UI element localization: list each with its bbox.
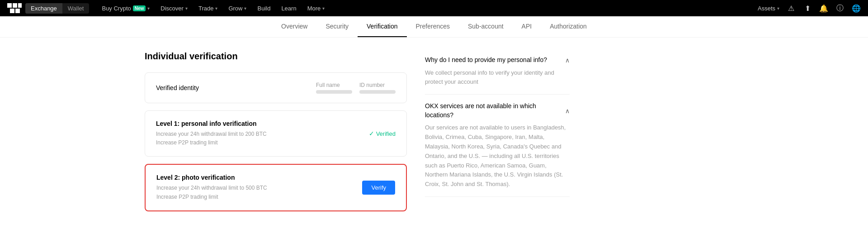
logo[interactable]	[7, 3, 22, 13]
faq-section: Why do I need to provide my personal inf…	[425, 56, 570, 197]
upload-icon[interactable]: ⬆	[803, 4, 812, 13]
faq-item-1: Why do I need to provide my personal inf…	[425, 56, 570, 95]
verify-button[interactable]: Verify	[362, 181, 395, 195]
verified-badge: ✓ Verified	[369, 130, 396, 137]
chevron-up-icon: ∧	[565, 107, 570, 115]
help-icon[interactable]: ⓘ	[835, 4, 844, 13]
level1-card-row: Level 1: personal info verification Incr…	[156, 120, 396, 147]
level2-card-row: Level 2: photo verification Increase you…	[156, 174, 395, 201]
level1-desc: Increase your 24h withdrawal limit to 20…	[156, 130, 267, 147]
svg-rect-2	[18, 3, 22, 8]
main-content: Individual verification Verified identit…	[118, 38, 750, 232]
tab-verification[interactable]: Verification	[358, 16, 406, 37]
level2-title: Level 2: photo verification	[156, 174, 267, 181]
left-panel: Individual verification Verified identit…	[145, 51, 407, 219]
sub-navigation: Overview Security Verification Preferenc…	[0, 16, 868, 38]
main-nav-items: Buy Crypto New ▾ Discover ▾ Trade ▾ Grow…	[96, 0, 758, 16]
wallet-toggle-btn[interactable]: Wallet	[62, 3, 90, 14]
right-panel: Why do I need to provide my personal inf…	[425, 51, 570, 219]
nav-trade[interactable]: Trade ▾	[193, 0, 223, 16]
full-name-value-bar	[316, 90, 352, 94]
sub-nav-items: Overview Security Verification Preferenc…	[272, 16, 596, 37]
id-number-value-bar	[359, 90, 396, 94]
svg-rect-4	[15, 9, 20, 13]
top-navigation: Exchange Wallet Buy Crypto New ▾ Discove…	[0, 0, 868, 16]
tab-preferences[interactable]: Preferences	[407, 16, 459, 37]
level2-desc: Increase your 24h withdrawal limit to 50…	[156, 184, 267, 201]
exchange-toggle-btn[interactable]: Exchange	[25, 3, 62, 14]
faq-header-2[interactable]: OKX services are not available in which …	[425, 102, 570, 120]
chevron-down-icon: ▾	[215, 6, 217, 11]
level1-left: Level 1: personal info verification Incr…	[156, 120, 267, 147]
nav-right-actions: Assets ▾ ⚠ ⬆ 🔔 ⓘ 🌐	[758, 4, 861, 13]
chevron-down-icon: ▾	[147, 6, 150, 11]
verified-identity-card: Verified identity Full name ID number	[145, 72, 407, 103]
id-number-label: ID number	[359, 82, 396, 88]
tab-overview[interactable]: Overview	[272, 16, 316, 37]
faq-header-1[interactable]: Why do I need to provide my personal inf…	[425, 56, 570, 65]
nav-build[interactable]: Build	[252, 0, 276, 16]
faq-item-2: OKX services are not available in which …	[425, 102, 570, 197]
nav-learn[interactable]: Learn	[276, 0, 302, 16]
globe-icon[interactable]: 🌐	[852, 4, 861, 13]
chevron-down-icon: ▾	[322, 6, 325, 11]
svg-rect-1	[13, 3, 17, 8]
full-name-label: Full name	[316, 82, 352, 88]
chevron-down-icon: ▾	[777, 6, 779, 11]
exchange-wallet-toggle: Exchange Wallet	[25, 3, 89, 14]
check-icon: ✓	[369, 130, 374, 137]
card-row: Verified identity Full name ID number	[156, 82, 396, 94]
chevron-down-icon: ▾	[244, 6, 246, 11]
level1-card: Level 1: personal info verification Incr…	[145, 110, 407, 157]
svg-rect-0	[7, 3, 12, 8]
nav-more[interactable]: More ▾	[302, 0, 330, 16]
verified-label: Verified	[376, 130, 396, 137]
full-name-field: Full name	[316, 82, 352, 94]
user-icon[interactable]: ⚠	[787, 4, 796, 13]
tab-authorization[interactable]: Authorization	[541, 16, 596, 37]
tab-api[interactable]: API	[513, 16, 541, 37]
id-number-field: ID number	[359, 82, 396, 94]
faq-answer-1: We collect personal info to verify your …	[425, 68, 570, 87]
level2-left: Level 2: photo verification Increase you…	[156, 174, 267, 201]
faq-question-2: OKX services are not available in which …	[425, 102, 561, 120]
level2-card: Level 2: photo verification Increase you…	[145, 164, 407, 211]
assets-button[interactable]: Assets ▾	[758, 5, 779, 12]
chevron-up-icon: ∧	[565, 57, 570, 64]
nav-discover[interactable]: Discover ▾	[155, 0, 193, 16]
tab-subaccount[interactable]: Sub-account	[459, 16, 513, 37]
faq-answer-2: Our services are not available to users …	[425, 123, 570, 189]
verified-identity-title: Verified identity	[156, 84, 199, 91]
chevron-down-icon: ▾	[185, 6, 188, 11]
nav-grow[interactable]: Grow ▾	[223, 0, 252, 16]
tab-security[interactable]: Security	[316, 16, 358, 37]
faq-question-1: Why do I need to provide my personal inf…	[425, 56, 561, 65]
nav-buy-crypto[interactable]: Buy Crypto New ▾	[96, 0, 155, 16]
level1-title: Level 1: personal info verification	[156, 120, 267, 127]
card-fields: Full name ID number	[316, 82, 396, 94]
bell-icon[interactable]: 🔔	[819, 4, 828, 13]
page-title: Individual verification	[145, 51, 407, 62]
svg-rect-3	[10, 9, 14, 13]
